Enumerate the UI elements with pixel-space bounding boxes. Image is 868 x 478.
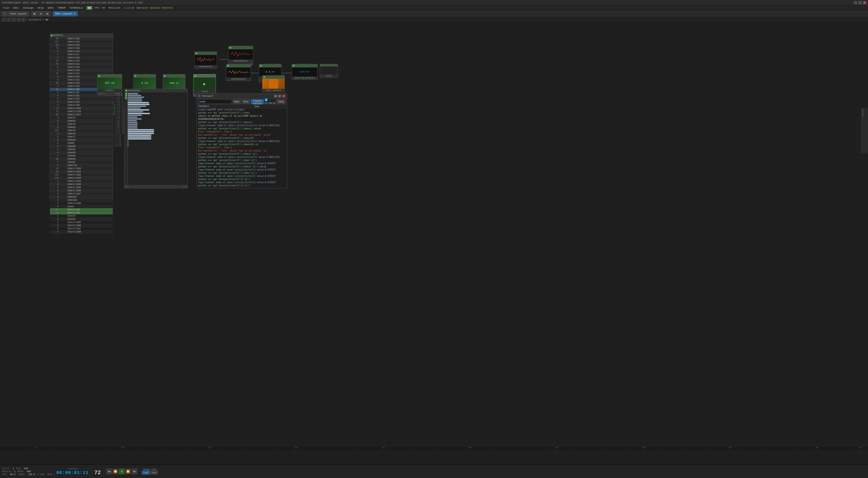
once-button[interactable]: Once (150, 471, 158, 474)
textport-prev-button[interactable]: Prev (242, 99, 250, 104)
midi-row[interactable]: 0ch9n107 (50, 196, 113, 199)
midi-row[interactable]: 0ch9n45 (50, 139, 113, 142)
textport-content[interactable]: 'append', 'clear', 'copy', 'count', 'ext… (197, 109, 287, 188)
midi-row[interactable]: 0ch9n91 (50, 148, 113, 151)
textport-minimize-button[interactable] (278, 95, 281, 97)
midi-table[interactable]: midiln1 64ch9ctrl18127ch9ctrl7860ch9ctrl… (50, 33, 113, 201)
transport-play-pause[interactable]: ⏸ (119, 469, 125, 474)
layout-type-btn-1[interactable]: ▣ (32, 11, 37, 16)
midi-row[interactable]: 0ch9ctrl56 (50, 104, 113, 107)
midi-row[interactable]: 92ch9ctrl180 (50, 167, 113, 170)
textport-copied-button[interactable]: Copied selected text. (251, 99, 264, 104)
midi-row[interactable]: 65ch9ctrl21 (50, 63, 113, 66)
menu-help[interactable]: Help (36, 6, 45, 10)
midi-row[interactable]: 127ch9ctrl78 (50, 40, 113, 43)
midi-row[interactable]: 5ch9ctrl16 (50, 56, 113, 59)
maximize-button[interactable]: □ (859, 1, 862, 4)
midi-row[interactable]: 0ch9n74 (50, 116, 113, 120)
node-audiomovie1[interactable]: audiomovie1 (194, 52, 217, 68)
midi-row[interactable]: 0ch1ctrl107 (50, 227, 113, 231)
midi-row[interactable]: 0ch1n42 (50, 218, 113, 221)
midi-table-body[interactable]: 64ch9ctrl18127ch9ctrl7860ch9ctrl5070ch9c… (50, 37, 113, 234)
midi-row[interactable]: 0ch9n77 (50, 136, 113, 139)
node-null1[interactable]: null1 (320, 64, 338, 78)
node-spectrum-analyser[interactable]: spectrum spectrum_analyser (291, 64, 318, 80)
midi-row[interactable]: 130ch9ctrl182 (50, 173, 113, 177)
menu-dialogs[interactable]: Dialogs (22, 6, 35, 10)
transport-step-back[interactable]: ⏮ (106, 469, 112, 474)
midi-row[interactable]: 72ch9ctrl156 (50, 110, 113, 113)
home-button[interactable]: ⌂ (2, 11, 7, 16)
path-forward-button[interactable]: → (7, 18, 11, 22)
path-up-button[interactable]: ↑ (12, 18, 16, 22)
midi-row[interactable]: 0ch9n61 (50, 161, 113, 164)
midi-row[interactable]: 0ch9n43 (50, 126, 113, 129)
wordwrap-checkbox[interactable] (265, 98, 268, 101)
midi-row[interactable]: 0ch9n75 (50, 123, 113, 126)
textport-panel[interactable]: ⊞ Textport Next Prev Copied selected tex… (197, 93, 287, 188)
midi-row[interactable]: 0ch1ctrl108 (50, 231, 113, 234)
midi-row[interactable]: 93ch9ctrl181 (50, 170, 113, 173)
minimize-button[interactable]: _ (854, 1, 857, 4)
loop-button[interactable]: Loop (142, 471, 150, 474)
midi-row[interactable]: 83ch9ctrl18 (50, 59, 113, 63)
midi-row[interactable]: 0ch9ctrl55 (50, 100, 113, 104)
layout-type-btn-2[interactable]: ⊞ (38, 11, 44, 16)
midi-row[interactable]: 0ch9ctrl53 (50, 97, 113, 100)
midi-row[interactable]: 0ch9ctrl185 (50, 183, 113, 186)
midi-row[interactable]: 70ch9ctrl30 (50, 47, 113, 50)
layout-type-btn-3[interactable]: ▤ (44, 11, 50, 16)
midi-row[interactable]: 0ch9n108 (50, 199, 113, 202)
path-home-button[interactable]: ⌂ (17, 18, 21, 22)
midi-row[interactable]: 85ch1ctrl78 (50, 211, 113, 215)
midi-row[interactable]: 64ch1ctrl18 (50, 208, 113, 211)
textport-next-button[interactable]: Next (232, 99, 241, 104)
midi-row[interactable]: 0ch9ctrl108 (50, 202, 113, 205)
midi-row[interactable]: 71ch9ctrl155 (50, 107, 113, 110)
layout-button[interactable]: Pane Layout (8, 11, 29, 16)
midi-row[interactable]: 0ch9ctrl40 (50, 66, 113, 69)
midi-row[interactable]: 60ch9ctrl50 (50, 43, 113, 47)
multiview-panel[interactable]: multimi... (861, 108, 868, 153)
transport-step-next[interactable]: ⏩ (125, 469, 131, 474)
menu-tutorials[interactable]: TUTORIALS (68, 6, 85, 10)
midi-row[interactable]: 0ch1ctrl106 (50, 224, 113, 227)
waveform-panel[interactable]: midiinmap1 0.3089 v1 0.4084 v2 0.5040 v3… (124, 89, 188, 188)
textport-close-button[interactable] (282, 95, 285, 97)
menu-forum[interactable]: FORUM (56, 6, 67, 10)
textport-maximize-button[interactable] (274, 95, 277, 97)
node-audiodevout2[interactable]: audiodevout2 (226, 64, 251, 81)
path-back-button[interactable]: ← (2, 18, 6, 22)
midi-row[interactable]: 0ch9n0 (50, 142, 113, 145)
midi-row[interactable]: 0ch9ctrl19 (50, 69, 113, 72)
midi-row[interactable]: 116ch9ctrl183 (50, 177, 113, 180)
midi-row[interactable]: 0ch9ctrl106 (50, 189, 113, 192)
new-layout-button[interactable]: New Layout + (53, 11, 78, 16)
midi-row[interactable]: 0ch9n59 (50, 151, 113, 154)
midi-row[interactable]: 0ch9ctrl184 (50, 180, 113, 183)
menu-wiki[interactable]: WIKI (46, 6, 55, 10)
midi-row[interactable]: 90ch9n93 (50, 158, 113, 161)
menu-edit[interactable]: Edit (11, 6, 21, 10)
midi-row[interactable]: 130ch9n76 (50, 129, 113, 132)
midi-row[interactable]: 0ch9n42 (50, 120, 113, 123)
midi-row[interactable]: 0ch9n44 (50, 132, 113, 136)
window-controls[interactable]: _ □ × (854, 1, 866, 4)
midi-row[interactable]: 0ch9ctrl105 (50, 186, 113, 189)
menu-file[interactable]: File (1, 6, 11, 10)
midi-row[interactable]: 66ch9ctrl157 (50, 113, 113, 116)
midi-row[interactable]: 0ch1ctrl105 (50, 221, 113, 224)
midi-row[interactable]: 0ch9n179 (50, 164, 113, 167)
transport-step-forward[interactable]: ⏭ (132, 469, 137, 474)
node-audiodevout1[interactable]: audiodevout1 ▶ (228, 46, 253, 65)
midi-row[interactable]: 0sysex (50, 205, 113, 208)
midi-row[interactable]: 0ch9n60 (50, 154, 113, 158)
midi-row[interactable]: 0ch9ctrl17 (50, 53, 113, 56)
midi-row[interactable]: 64ch9ctrl18 (50, 37, 113, 40)
transport-step-prev[interactable]: ⏪ (113, 469, 118, 474)
midi-row[interactable]: 0ch1n74 (50, 215, 113, 218)
textport-clear-button[interactable]: Clear (276, 99, 285, 104)
node-canvas[interactable]: midiln1 64ch9ctrl18127ch9ctrl7860ch9ctrl… (0, 22, 868, 464)
midi-row[interactable]: 0ch9ctrl107 (50, 192, 113, 196)
midi-row[interactable]: 0ch9n58 (50, 145, 113, 148)
